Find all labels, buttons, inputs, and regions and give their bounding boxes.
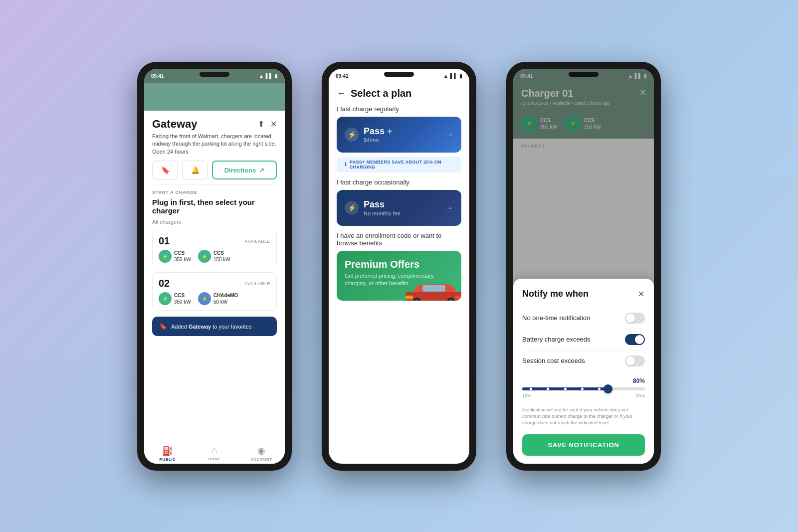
slider-min: 10% [522, 393, 531, 398]
wifi-icon-2: ▲ [443, 73, 448, 79]
top-header [144, 83, 285, 111]
account-icon: ◉ [257, 445, 265, 456]
plan-regular-card[interactable]: ⚡ Pass No monthly fee → [337, 190, 461, 226]
connector-ccs-150: ⚡ CCS 150 kW [198, 250, 230, 263]
header-section: Gateway ⬆ ✕ Facing the front of Walmart,… [144, 111, 285, 185]
option-battery-label: Battery charge exceeds [522, 336, 591, 343]
share-icon[interactable]: ⬆ [258, 119, 264, 129]
bell-button[interactable]: 🔔 [182, 161, 208, 179]
option-no-notification-label: No one-time notification [522, 314, 591, 322]
toast-bookmark-icon: 🔖 [159, 323, 167, 330]
title-row: Gateway ⬆ ✕ [152, 118, 277, 131]
charger-2-num: 02 [159, 278, 170, 289]
plan-section-1-label: I fast charge regularly [329, 103, 469, 117]
location-title: Gateway [152, 118, 198, 131]
connector-icon-2-ccs: ⚡ [159, 292, 172, 305]
svg-rect-8 [455, 295, 461, 299]
back-button[interactable]: ← [337, 88, 346, 99]
screen-1: 09:41 ▲ ▌▌ ▮ Gateway ⬆ ✕ Facing the fron… [144, 69, 285, 464]
connector-icon-ccs-350: ⚡ [159, 250, 172, 263]
plan-plus-icon: ⚡ [345, 128, 359, 142]
screen2-header: ← Select a plan [329, 83, 469, 103]
plan-plus-inner: ⚡ Pass + $4/mo → [337, 117, 461, 153]
plan-plus-card[interactable]: ⚡ Pass + $4/mo → [337, 117, 461, 153]
public-label: PUBLIC [160, 457, 176, 462]
charger-card-1[interactable]: 01 AVAILABLE ⚡ CCS 350 kW ⚡ CCS [152, 230, 277, 268]
svg-rect-2 [422, 285, 445, 291]
option-session-cost-toggle[interactable] [625, 355, 645, 366]
plan-section-3-label: I have an enrollment code or want to bro… [329, 230, 469, 251]
connector-ccs-350: ⚡ CCS 350 kW [159, 250, 191, 263]
select-plan-title: Select a plan [351, 88, 411, 99]
modal-title: Notify me when [522, 289, 589, 299]
notify-modal: Notify me when ✕ No one-time notificatio… [513, 279, 654, 464]
public-icon: ⛽ [162, 445, 173, 456]
modal-note: Notification will not be sent if your ve… [522, 406, 645, 426]
directions-label: Directions [224, 167, 256, 174]
slider-thumb[interactable] [603, 384, 612, 393]
signal-icon-2: ▌▌ [450, 73, 457, 79]
bookmark-button[interactable]: 🔖 [152, 161, 178, 179]
location-description: Facing the front of Walmart, chargers ar… [152, 133, 277, 148]
slider-minmax: 10% 90% [522, 393, 645, 398]
directions-arrow-icon: ↗ [259, 167, 264, 174]
home-icon: ⌂ [212, 445, 217, 456]
plan-plus-price: $4/mo [364, 137, 393, 143]
phone-2: 09:41 ▲ ▌▌ ▮ ← Select a plan I fast char… [322, 62, 476, 471]
favorites-toast: 🔖 Added Gateway to your favorites [152, 317, 277, 336]
plan-regular-name: Pass [364, 199, 400, 210]
charger-card-2[interactable]: 02 AVAILABLE ⚡ CCS 350 kW ⚡ CHAdeM [152, 272, 277, 311]
nav-account[interactable]: ◉ ACCOUNT [238, 445, 285, 462]
charger-2-header: 02 AVAILABLE [159, 278, 270, 289]
connector-info-ccs-350: CCS 350 kW [174, 250, 191, 263]
header-icons: ⬆ ✕ [258, 119, 277, 129]
close-icon[interactable]: ✕ [270, 119, 277, 129]
savings-icon: ℹ [345, 161, 347, 168]
modal-close-button[interactable]: ✕ [637, 289, 645, 300]
screen-3: 09:41 ▲ ▌▌ ▮ Charger 01 ✕ ID 170032-01 •… [513, 69, 654, 464]
plan-regular-text: Pass No monthly fee [364, 199, 400, 216]
charge-instruction: Plug in first, then select your charger [144, 197, 285, 219]
option-battery-toggle[interactable] [625, 334, 645, 345]
action-buttons: 🔖 🔔 Directions ↗ [152, 161, 277, 179]
connector-icon-2-chademo: ⚡ [198, 292, 211, 305]
save-notification-button[interactable]: SAVE NOTIFICATION [522, 434, 645, 456]
phone-notch-1 [200, 72, 229, 77]
plan-plus-info: ⚡ Pass + $4/mo [345, 126, 393, 143]
slider-dot-2 [547, 387, 549, 390]
time-2: 09:41 [336, 73, 349, 79]
option-battery: Battery charge exceeds [522, 329, 645, 350]
charger-1-connectors: ⚡ CCS 350 kW ⚡ CCS 150 kW [159, 250, 270, 263]
svg-rect-7 [405, 295, 413, 299]
charger-2-connectors: ⚡ CCS 350 kW ⚡ CHAdeMO 50 kW [159, 292, 270, 305]
car-illustration [401, 277, 461, 301]
option-session-cost: Session cost exceeds [522, 351, 645, 371]
option-no-notification-toggle[interactable] [625, 313, 645, 324]
battery-icon-2: ▮ [459, 73, 462, 79]
savings-banner: ℹ PASS+ MEMBERS SAVE ABOUT 25% ON CHARGI… [337, 157, 461, 173]
connector-info-ccs-150: CCS 150 kW [213, 250, 230, 263]
slider-dot-1 [530, 387, 532, 390]
connector-icon-ccs-150: ⚡ [198, 250, 211, 263]
screen-2: 09:41 ▲ ▌▌ ▮ ← Select a plan I fast char… [329, 69, 469, 464]
nav-home[interactable]: ⌂ HOME [191, 445, 238, 462]
charger-1-num: 01 [159, 235, 170, 247]
connector-2-chademo: ⚡ CHAdeMO 50 kW [198, 292, 238, 305]
bottom-nav-1: ⛽ PUBLIC ⌂ HOME ◉ ACCOUNT [144, 442, 285, 464]
connector-2-ccs: ⚡ CCS 350 kW [159, 292, 191, 305]
hours: Open 24 hours [152, 149, 277, 155]
slider-section: 80% 10% [522, 371, 645, 402]
plan-regular-fee: No monthly fee [364, 210, 400, 216]
slider-dot-3 [564, 387, 567, 390]
toast-text: Added Gateway to your favorites [171, 324, 270, 330]
slider-track[interactable] [522, 387, 645, 390]
plan-plus-name: Pass + [364, 126, 393, 137]
directions-button[interactable]: Directions ↗ [212, 161, 277, 179]
battery-icon-1: ▮ [275, 73, 278, 79]
phone-1: 09:41 ▲ ▌▌ ▮ Gateway ⬆ ✕ Facing the fron… [137, 62, 292, 471]
premium-card[interactable]: Premium Offers Get preferred pricing, co… [337, 251, 461, 301]
connector-info-2-chademo: CHAdeMO 50 kW [213, 292, 238, 305]
phone-3: 09:41 ▲ ▌▌ ▮ Charger 01 ✕ ID 170032-01 •… [506, 62, 661, 471]
plan-regular-icon: ⚡ [345, 201, 359, 215]
nav-public[interactable]: ⛽ PUBLIC [144, 445, 191, 462]
